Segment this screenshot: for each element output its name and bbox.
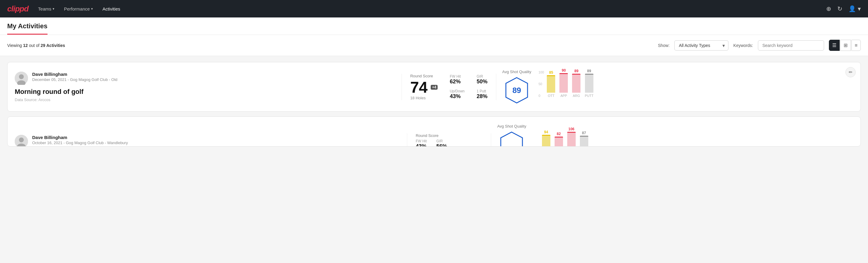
putt-value-label: 89: [587, 69, 591, 73]
filter-bar: Viewing 12 out of 29 Activities Show: Al…: [0, 35, 868, 56]
viewing-count: 12: [23, 43, 28, 48]
view-grid-button[interactable]: ⊞: [840, 40, 851, 51]
fw-hit-value: 62%: [450, 79, 464, 85]
chevron-down-icon: ▾: [53, 7, 55, 11]
up-down-label: Up/Down: [450, 89, 464, 93]
nav-teams-label: Teams: [38, 6, 52, 11]
y-label-0: 0: [538, 94, 544, 97]
bars-container: 85 OTT 90 APP 89: [538, 70, 847, 97]
nav-item-activities[interactable]: Activities: [102, 6, 120, 11]
card2-round-score-label: Round Score: [416, 133, 483, 138]
card2-gir: GIR 56%: [436, 139, 447, 147]
card2-bars: 94 82 106 87: [533, 131, 847, 147]
refresh-icon[interactable]: ↻: [837, 5, 842, 12]
card2-user-info: Dave Billingham October 16, 2021 - Gog M…: [32, 135, 400, 145]
search-input[interactable]: [758, 40, 824, 51]
logo[interactable]: clippd: [7, 4, 29, 13]
card-source: Data Source: Arccos: [15, 97, 394, 102]
add-icon[interactable]: ⊕: [826, 5, 831, 12]
card2-fw-hit-value: 43%: [416, 143, 427, 147]
stat-col: FW Hit 62% Up/Down 43%: [450, 74, 464, 100]
activity-card: ✏ Dave Billingham December 05, 2021 - Go…: [7, 62, 861, 112]
card2-quality-content: Avg Shot Quality: [497, 124, 526, 147]
nav-performance-label: Performance: [64, 6, 90, 11]
card2-bar-putt: 87: [580, 131, 588, 147]
app-name: APP: [560, 94, 567, 97]
hex-value: 89: [513, 86, 521, 95]
bar-chart: 100 50 0 85 OTT 90: [538, 70, 847, 104]
viewing-suffix: Activities: [45, 43, 65, 48]
card2-ott-bar: [542, 135, 550, 147]
card2-quality: Avg Shot Quality 94: [491, 124, 853, 147]
activity-card-2: Dave Billingham October 16, 2021 - Gog M…: [7, 116, 861, 147]
card2-bar-ott: 94: [542, 130, 550, 147]
quality-section: Avg Shot Quality 89 100 50: [496, 69, 853, 104]
card2-putt-label: 87: [582, 131, 586, 135]
round-score-label: Round Score: [410, 74, 438, 78]
card-stats: Round Score 74 +4 18 Holes FW Hit 62% Up…: [402, 74, 496, 100]
putt-name: PUTT: [585, 94, 593, 97]
keywords-label: Keywords:: [733, 43, 753, 48]
arg-bar: [572, 74, 581, 93]
gir-value: 50%: [477, 79, 488, 85]
bar-arg: 89 ARG: [572, 69, 581, 97]
card-user-name: Dave Billingham: [32, 71, 394, 77]
page-title: My Activities: [7, 22, 48, 35]
round-score-group: Round Score 74 +4 18 Holes: [410, 74, 438, 100]
hexagon: 89: [505, 77, 529, 104]
bar-ott: 85 OTT: [547, 70, 555, 97]
card2-gir-value: 56%: [436, 143, 447, 147]
ott-name: OTT: [548, 94, 554, 97]
card-title: Morning round of golf: [15, 88, 394, 96]
card2-bar-chart: 94 82 106 87: [533, 131, 847, 147]
app-value-label: 90: [562, 68, 566, 72]
card2-arg-label: 106: [568, 127, 575, 131]
putt-bar: [585, 74, 593, 93]
fw-hit-stat: FW Hit 62%: [450, 74, 464, 85]
show-label: Show:: [658, 43, 670, 48]
arg-name: ARG: [572, 94, 580, 97]
ott-value-label: 85: [549, 70, 553, 75]
card2-putt-bar: [580, 136, 588, 147]
card2-app-bar: [555, 137, 563, 147]
up-down-value: 43%: [450, 93, 464, 99]
one-putt-value: 28%: [477, 93, 488, 99]
bar-app: 90 APP: [559, 68, 568, 97]
arg-value-label: 89: [575, 69, 578, 73]
one-putt-stat: 1 Putt 28%: [477, 89, 488, 99]
gir-label: GIR: [477, 74, 488, 79]
avatar-2: [15, 135, 28, 147]
nav-activities-label: Activities: [102, 6, 120, 11]
card-meta: December 05, 2021 - Gog Magog Golf Club …: [32, 77, 394, 82]
card2-bar-arg: 106: [567, 127, 576, 147]
card-left: Dave Billingham December 05, 2021 - Gog …: [15, 71, 394, 85]
card2-stats: Round Score FW Hit 43% GIR 56%: [407, 133, 491, 147]
view-list-compact-button[interactable]: ☰: [829, 40, 840, 51]
page-header: My Activities: [0, 18, 868, 35]
svg-marker-7: [501, 132, 522, 147]
svg-point-5: [19, 138, 24, 142]
view-list-button[interactable]: ≡: [851, 40, 861, 51]
user-menu-icon[interactable]: 👤 ▾: [848, 5, 861, 12]
activity-type-select-wrapper: All Activity Types: [674, 40, 728, 51]
card-info-section: Dave Billingham December 05, 2021 - Gog …: [15, 71, 402, 102]
hexagon-2: [500, 131, 524, 147]
card-user-info: Dave Billingham December 05, 2021 - Gog …: [32, 71, 394, 82]
view-toggles: ☰ ⊞ ≡: [829, 40, 861, 51]
hexagon-container: 89: [502, 77, 531, 104]
nav-item-performance[interactable]: Performance ▾: [64, 6, 93, 11]
y-label-100: 100: [538, 70, 544, 74]
card2-user-name: Dave Billingham: [32, 135, 400, 140]
card2-app-label: 82: [557, 132, 561, 136]
navbar: clippd Teams ▾ Performance ▾ Activities …: [0, 0, 868, 18]
card2-left: Dave Billingham October 16, 2021 - Gog M…: [15, 135, 400, 147]
nav-item-teams[interactable]: Teams ▾: [38, 6, 55, 11]
y-label-50: 50: [538, 82, 544, 86]
quality-label: Avg Shot Quality: [502, 69, 531, 74]
card2-arg-bar: [567, 132, 576, 147]
card2-ott-label: 94: [544, 130, 548, 134]
card2-meta: October 16, 2021 - Gog Magog Golf Club -…: [32, 141, 400, 145]
activity-type-select[interactable]: All Activity Types: [674, 40, 728, 51]
score-holes: 18 Holes: [410, 96, 438, 100]
card2-info: Dave Billingham October 16, 2021 - Gog M…: [15, 135, 407, 147]
